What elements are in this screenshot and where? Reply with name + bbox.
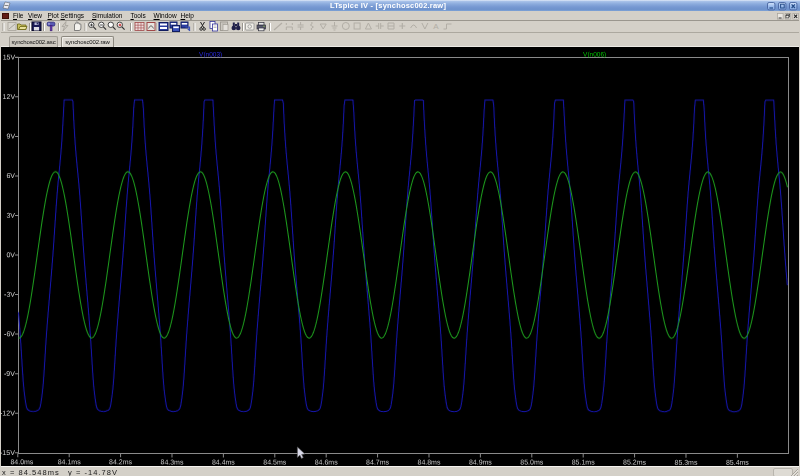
- svg-text:12V: 12V: [3, 93, 16, 100]
- svg-text:V(n003): V(n003): [199, 50, 222, 58]
- svg-text:15V: 15V: [3, 53, 16, 60]
- svg-text:84.7ms: 84.7ms: [366, 458, 389, 465]
- svg-text:3V: 3V: [6, 212, 15, 219]
- svg-text:85.1ms: 85.1ms: [572, 459, 595, 466]
- svg-text:84.5ms: 84.5ms: [263, 458, 286, 465]
- svg-text:84.0ms: 84.0ms: [10, 458, 33, 465]
- svg-text:-6V: -6V: [4, 330, 15, 337]
- svg-text:84.3ms: 84.3ms: [161, 458, 184, 465]
- svg-text:85.4ms: 85.4ms: [726, 459, 749, 466]
- svg-text:-12V: -12V: [0, 409, 15, 416]
- svg-text:84.4ms: 84.4ms: [212, 458, 235, 465]
- svg-text:0V: 0V: [6, 251, 15, 258]
- svg-text:9V: 9V: [6, 133, 15, 140]
- svg-text:84.8ms: 84.8ms: [418, 459, 441, 466]
- svg-text:84.1ms: 84.1ms: [58, 458, 81, 465]
- svg-text:-15V: -15V: [0, 449, 15, 456]
- svg-text:85.0ms: 85.0ms: [520, 459, 543, 466]
- svg-text:85.3ms: 85.3ms: [675, 459, 698, 466]
- svg-text:84.9ms: 84.9ms: [469, 459, 492, 466]
- svg-text:84.6ms: 84.6ms: [315, 458, 338, 465]
- svg-text:V(n006): V(n006): [583, 51, 606, 59]
- svg-text:6V: 6V: [6, 172, 15, 179]
- svg-text:-3V: -3V: [4, 291, 15, 298]
- svg-text:84.2ms: 84.2ms: [109, 458, 132, 465]
- svg-text:85.2ms: 85.2ms: [623, 459, 646, 466]
- svg-text:-9V: -9V: [4, 370, 15, 377]
- svg-text:A: A: [433, 22, 439, 31]
